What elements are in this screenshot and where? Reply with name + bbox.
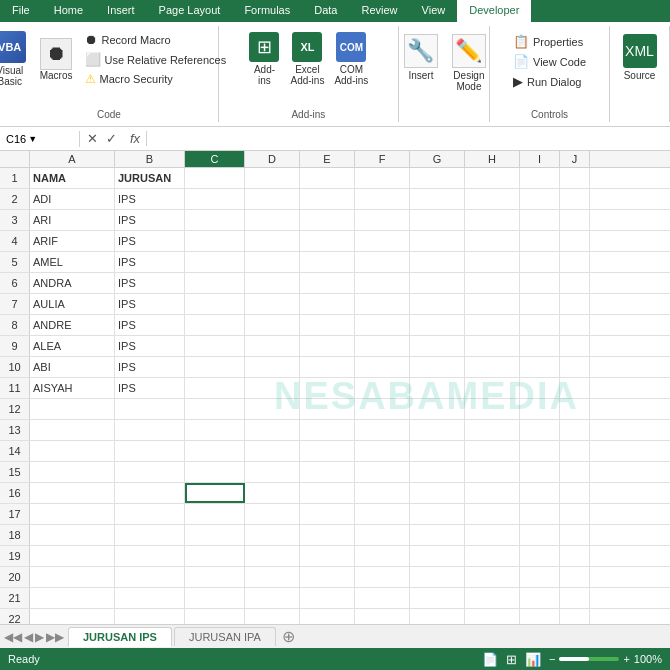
tab-page-layout[interactable]: Page Layout: [147, 0, 233, 22]
cell-B8[interactable]: IPS: [115, 315, 185, 335]
cell-H20[interactable]: [465, 567, 520, 587]
cell-H17[interactable]: [465, 504, 520, 524]
cell-C3[interactable]: [185, 210, 245, 230]
cell-F15[interactable]: [355, 462, 410, 482]
cell-G4[interactable]: [410, 231, 465, 251]
cell-D19[interactable]: [245, 546, 300, 566]
cell-J19[interactable]: [560, 546, 590, 566]
cell-I17[interactable]: [520, 504, 560, 524]
record-macro-button[interactable]: ⏺ Record Macro: [81, 30, 231, 49]
cell-G3[interactable]: [410, 210, 465, 230]
cell-E7[interactable]: [300, 294, 355, 314]
excel-addins-button[interactable]: XL ExcelAdd-ins: [286, 28, 328, 90]
cell-J18[interactable]: [560, 525, 590, 545]
cell-B2[interactable]: IPS: [115, 189, 185, 209]
cell-I9[interactable]: [520, 336, 560, 356]
cell-E17[interactable]: [300, 504, 355, 524]
cell-H6[interactable]: [465, 273, 520, 293]
design-mode-button[interactable]: ✏️ DesignMode: [448, 32, 490, 94]
properties-button[interactable]: 📋 Properties: [509, 32, 590, 51]
cell-H14[interactable]: [465, 441, 520, 461]
sheet-nav-prev[interactable]: ◀: [24, 630, 33, 644]
cell-C7[interactable]: [185, 294, 245, 314]
cell-reference-box[interactable]: C16 ▼: [0, 131, 80, 147]
cell-D16[interactable]: [245, 483, 300, 503]
insert-button[interactable]: 🔧 Insert: [398, 32, 444, 83]
cell-G10[interactable]: [410, 357, 465, 377]
cell-I22[interactable]: [520, 609, 560, 624]
cell-E4[interactable]: [300, 231, 355, 251]
cell-J17[interactable]: [560, 504, 590, 524]
cell-C15[interactable]: [185, 462, 245, 482]
cell-H5[interactable]: [465, 252, 520, 272]
col-header-C[interactable]: C: [185, 151, 245, 167]
cell-A16[interactable]: [30, 483, 115, 503]
sheet-tab-jurusan-ips[interactable]: JURUSAN IPS: [68, 627, 172, 647]
cell-I7[interactable]: [520, 294, 560, 314]
cell-J20[interactable]: [560, 567, 590, 587]
cell-C9[interactable]: [185, 336, 245, 356]
cell-G15[interactable]: [410, 462, 465, 482]
cell-B18[interactable]: [115, 525, 185, 545]
cell-D8[interactable]: [245, 315, 300, 335]
cell-B9[interactable]: IPS: [115, 336, 185, 356]
cell-B4[interactable]: IPS: [115, 231, 185, 251]
sheet-nav-next[interactable]: ▶: [35, 630, 44, 644]
cell-C14[interactable]: [185, 441, 245, 461]
cell-E6[interactable]: [300, 273, 355, 293]
cell-B15[interactable]: [115, 462, 185, 482]
cell-G13[interactable]: [410, 420, 465, 440]
cell-F19[interactable]: [355, 546, 410, 566]
cell-D11[interactable]: [245, 378, 300, 398]
cell-A22[interactable]: [30, 609, 115, 624]
cell-B12[interactable]: [115, 399, 185, 419]
cell-I1[interactable]: [520, 168, 560, 188]
cell-J4[interactable]: [560, 231, 590, 251]
cell-D20[interactable]: [245, 567, 300, 587]
cell-I16[interactable]: [520, 483, 560, 503]
cell-G11[interactable]: [410, 378, 465, 398]
cell-E15[interactable]: [300, 462, 355, 482]
cell-F18[interactable]: [355, 525, 410, 545]
cell-G8[interactable]: [410, 315, 465, 335]
cell-F14[interactable]: [355, 441, 410, 461]
cell-I11[interactable]: [520, 378, 560, 398]
cell-E20[interactable]: [300, 567, 355, 587]
cell-J7[interactable]: [560, 294, 590, 314]
cell-I2[interactable]: [520, 189, 560, 209]
cell-I13[interactable]: [520, 420, 560, 440]
zoom-slider[interactable]: − + 100%: [549, 653, 662, 665]
cell-I5[interactable]: [520, 252, 560, 272]
cell-I15[interactable]: [520, 462, 560, 482]
cell-E8[interactable]: [300, 315, 355, 335]
cell-G7[interactable]: [410, 294, 465, 314]
cell-J2[interactable]: [560, 189, 590, 209]
cell-J12[interactable]: [560, 399, 590, 419]
cell-D9[interactable]: [245, 336, 300, 356]
cell-E10[interactable]: [300, 357, 355, 377]
cell-I6[interactable]: [520, 273, 560, 293]
cell-C4[interactable]: [185, 231, 245, 251]
sheet-nav-first[interactable]: ◀◀: [4, 630, 22, 644]
cell-J10[interactable]: [560, 357, 590, 377]
cell-H19[interactable]: [465, 546, 520, 566]
cell-D22[interactable]: [245, 609, 300, 624]
cell-B10[interactable]: IPS: [115, 357, 185, 377]
cell-C22[interactable]: [185, 609, 245, 624]
cell-C1[interactable]: [185, 168, 245, 188]
cell-J13[interactable]: [560, 420, 590, 440]
cell-J1[interactable]: [560, 168, 590, 188]
cell-A13[interactable]: [30, 420, 115, 440]
tab-developer[interactable]: Developer: [457, 0, 531, 22]
cell-H1[interactable]: [465, 168, 520, 188]
cell-E1[interactable]: [300, 168, 355, 188]
cell-E14[interactable]: [300, 441, 355, 461]
cell-A5[interactable]: AMEL: [30, 252, 115, 272]
cell-G9[interactable]: [410, 336, 465, 356]
cell-C21[interactable]: [185, 588, 245, 608]
cell-C18[interactable]: [185, 525, 245, 545]
cell-I10[interactable]: [520, 357, 560, 377]
cell-ref-dropdown-icon[interactable]: ▼: [28, 134, 37, 144]
cell-G17[interactable]: [410, 504, 465, 524]
cell-B21[interactable]: [115, 588, 185, 608]
